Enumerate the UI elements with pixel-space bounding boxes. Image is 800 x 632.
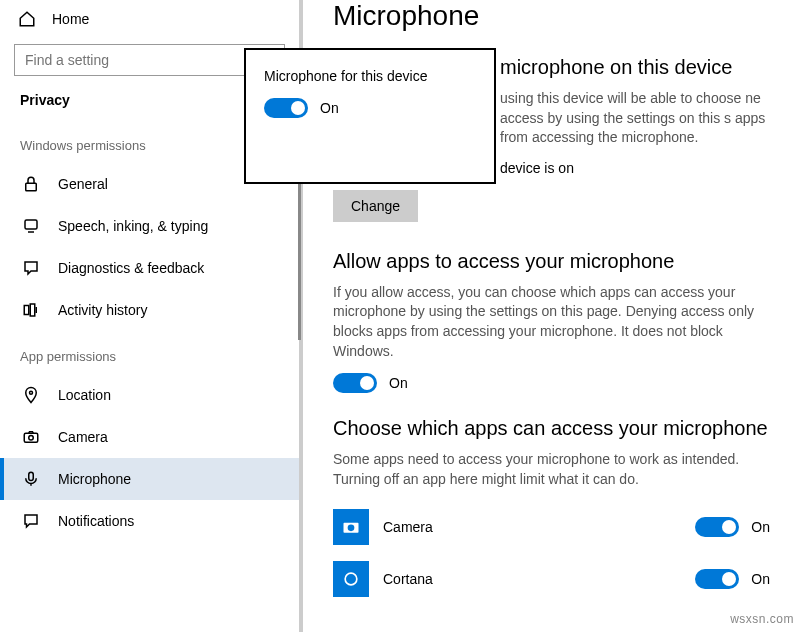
sidebar-item-label: Activity history bbox=[58, 302, 147, 318]
svg-rect-7 bbox=[29, 472, 34, 480]
home-label: Home bbox=[52, 11, 89, 27]
section2-desc: If you allow access, you can choose whic… bbox=[333, 283, 770, 361]
app-name: Cortana bbox=[383, 571, 695, 587]
section3-desc: Some apps need to access your microphone… bbox=[333, 450, 770, 489]
toggle-allow-apps: On bbox=[333, 373, 770, 393]
home-icon bbox=[18, 10, 36, 28]
sidebar-item-label: Notifications bbox=[58, 513, 134, 529]
feedback-icon bbox=[22, 259, 40, 277]
toggle-label: On bbox=[389, 375, 408, 391]
sidebar-item-label: Microphone bbox=[58, 471, 131, 487]
section-app-access: Allow apps to access your microphone If … bbox=[333, 250, 770, 393]
section3-title: Choose which apps can access your microp… bbox=[333, 417, 770, 440]
page-title: Microphone bbox=[333, 0, 770, 32]
speech-icon bbox=[22, 217, 40, 235]
sidebar-item-label: Diagnostics & feedback bbox=[58, 260, 204, 276]
svg-rect-2 bbox=[24, 306, 29, 315]
app-row-camera: Camera On bbox=[333, 501, 770, 553]
cortana-app-icon bbox=[333, 561, 369, 597]
svg-rect-3 bbox=[30, 304, 35, 316]
location-icon bbox=[22, 386, 40, 404]
svg-rect-0 bbox=[26, 183, 37, 191]
toggle-switch[interactable] bbox=[695, 517, 739, 537]
toggle-label: On bbox=[751, 571, 770, 587]
app-row-cortana: Cortana On bbox=[333, 553, 770, 605]
sidebar-item-camera[interactable]: Camera bbox=[0, 416, 299, 458]
sidebar-item-activity[interactable]: Activity history bbox=[0, 289, 299, 331]
sidebar-item-notifications[interactable]: Notifications bbox=[0, 500, 299, 542]
sidebar-item-speech[interactable]: Speech, inking, & typing bbox=[0, 205, 299, 247]
change-button[interactable]: Change bbox=[333, 190, 418, 222]
camera-icon bbox=[22, 428, 40, 446]
toggle-switch[interactable] bbox=[695, 569, 739, 589]
toggle-label: On bbox=[751, 519, 770, 535]
popup-title: Microphone for this device bbox=[264, 68, 476, 84]
svg-point-6 bbox=[29, 436, 34, 441]
group-app-permissions: App permissions bbox=[0, 331, 299, 374]
sidebar-item-label: Camera bbox=[58, 429, 108, 445]
sidebar-item-location[interactable]: Location bbox=[0, 374, 299, 416]
toggle-switch[interactable] bbox=[264, 98, 308, 118]
home-link[interactable]: Home bbox=[0, 0, 299, 38]
watermark: wsxsn.com bbox=[730, 612, 794, 626]
sidebar-item-label: Speech, inking, & typing bbox=[58, 218, 208, 234]
notifications-icon bbox=[22, 512, 40, 530]
lock-icon bbox=[22, 175, 40, 193]
svg-point-9 bbox=[348, 525, 355, 532]
history-icon bbox=[22, 301, 40, 319]
svg-point-10 bbox=[345, 574, 357, 586]
toggle-switch[interactable] bbox=[333, 373, 377, 393]
svg-rect-5 bbox=[24, 433, 38, 442]
camera-app-icon bbox=[333, 509, 369, 545]
microphone-icon bbox=[22, 470, 40, 488]
svg-rect-1 bbox=[25, 220, 37, 229]
section2-title: Allow apps to access your microphone bbox=[333, 250, 770, 273]
svg-point-4 bbox=[30, 391, 33, 394]
app-name: Camera bbox=[383, 519, 695, 535]
section-choose-apps: Choose which apps can access your microp… bbox=[333, 417, 770, 605]
sidebar-item-label: General bbox=[58, 176, 108, 192]
sidebar-item-diagnostics[interactable]: Diagnostics & feedback bbox=[0, 247, 299, 289]
device-microphone-popup: Microphone for this device On bbox=[244, 48, 496, 184]
sidebar-item-microphone[interactable]: Microphone bbox=[0, 458, 299, 500]
popup-toggle-row: On bbox=[264, 98, 476, 118]
toggle-label: On bbox=[320, 100, 339, 116]
sidebar-item-label: Location bbox=[58, 387, 111, 403]
